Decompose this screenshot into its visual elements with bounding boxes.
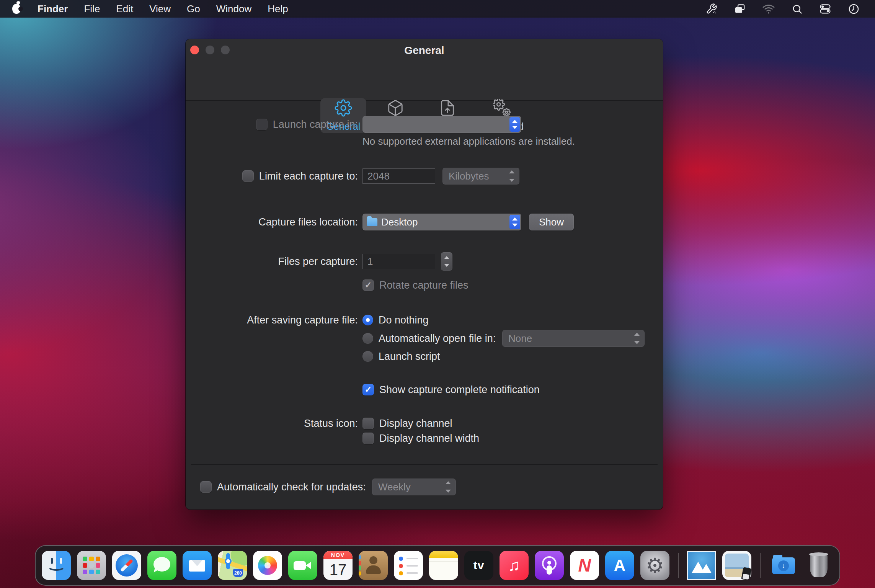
rotate-files-label: Rotate capture files	[379, 279, 469, 291]
launch-capture-row: Launch capture in:	[186, 116, 663, 133]
launch-script-radio[interactable]	[362, 351, 373, 362]
displays-icon[interactable]	[734, 3, 746, 15]
apple-menu-icon[interactable]	[12, 4, 21, 14]
menu-item-window[interactable]: Window	[216, 3, 251, 15]
auto-open-value: None	[502, 333, 532, 345]
after-saving-label: After saving capture file:	[247, 314, 358, 326]
status-icon-label: Status icon:	[304, 418, 358, 430]
dock-mail-icon[interactable]	[183, 551, 212, 580]
rotate-files-checkbox[interactable]	[362, 279, 374, 291]
appstore-letter: A	[614, 556, 625, 575]
auto-open-row: Automatically open file in: None	[186, 330, 663, 347]
notification-label: Show capture complete notification	[379, 384, 540, 396]
updates-frequency-value: Weekly	[372, 481, 411, 493]
dock-podcasts-icon[interactable]	[535, 551, 564, 580]
popup-chevrons-icon	[445, 479, 451, 495]
control-center-icon[interactable]	[819, 3, 831, 15]
popup-chevrons-icon	[509, 168, 515, 185]
files-per-capture-row: Files per capture: 1	[186, 253, 663, 270]
maps-shield-label: 280	[233, 569, 243, 577]
dock-facetime-icon[interactable]	[288, 551, 317, 580]
popup-stepper-icon	[509, 215, 520, 229]
limit-capture-label: Limit each capture to:	[259, 170, 358, 182]
launch-script-row: Launch script	[186, 348, 663, 365]
dock-photos-icon[interactable]	[253, 551, 282, 580]
do-nothing-label: Do nothing	[379, 314, 429, 326]
dock-appletv-icon[interactable]: tv	[464, 551, 493, 580]
dock-downloads-icon[interactable]	[769, 551, 798, 580]
updates-checkbox[interactable]	[200, 481, 212, 493]
dock-trash-icon[interactable]	[804, 551, 833, 580]
search-icon[interactable]	[792, 3, 803, 15]
dock-calendar-icon[interactable]: NOV 17	[323, 551, 353, 580]
dock-music-icon[interactable]	[500, 551, 529, 580]
preferences-window: General General	[186, 39, 663, 510]
files-per-capture-field[interactable]: 1	[362, 254, 435, 269]
menu-item-view[interactable]: View	[149, 3, 171, 15]
after-saving-row: After saving capture file: Do nothing	[186, 311, 663, 329]
dock-news-icon[interactable]: N	[570, 551, 599, 580]
limit-unit-value: Kilobytes	[442, 170, 489, 182]
dock-finder-icon[interactable]	[42, 551, 71, 580]
files-per-capture-label: Files per capture:	[278, 256, 358, 268]
limit-capture-row: Limit each capture to: 2048 Kilobytes	[186, 167, 663, 185]
tv-label: tv	[473, 559, 485, 572]
updates-row: Automatically check for updates: Weekly	[186, 478, 663, 496]
wifi-icon[interactable]	[762, 3, 775, 15]
display-channel-width-label: Display channel width	[379, 433, 479, 444]
notification-row: Show capture complete notification	[186, 381, 663, 399]
auto-open-radio[interactable]	[362, 333, 373, 344]
popup-stepper-icon	[509, 117, 520, 132]
dock-safari-icon[interactable]	[112, 551, 141, 580]
show-button[interactable]: Show	[529, 214, 574, 230]
menu-app-name[interactable]: Finder	[38, 3, 68, 15]
dock-appstore-icon[interactable]: A	[605, 551, 634, 580]
limit-unit-popup[interactable]: Kilobytes	[442, 168, 519, 185]
launch-capture-helper: No supported external applications are i…	[362, 136, 575, 147]
display-channel-checkbox[interactable]	[362, 418, 374, 429]
dock-launchpad-icon[interactable]	[77, 551, 106, 580]
launch-capture-checkbox[interactable]	[256, 119, 268, 130]
dock-notes-icon[interactable]	[429, 551, 458, 580]
folder-icon	[367, 218, 377, 226]
dock-photo-utility-icon[interactable]	[722, 551, 751, 580]
tools-icon[interactable]	[706, 3, 717, 15]
limit-size-field[interactable]: 2048	[362, 168, 435, 184]
news-letter: N	[578, 555, 591, 576]
popup-chevrons-icon	[634, 330, 640, 347]
launch-capture-popup[interactable]	[362, 116, 521, 133]
dock-capture-app-icon[interactable]	[687, 551, 716, 580]
do-nothing-radio[interactable]	[362, 315, 373, 325]
dock-divider	[760, 553, 761, 578]
files-stepper[interactable]	[441, 252, 452, 271]
updates-label: Automatically check for updates:	[217, 481, 366, 493]
menu-bar: Finder File Edit View Go Window Help	[0, 0, 875, 18]
limit-capture-checkbox[interactable]	[242, 170, 254, 182]
dock-contacts-icon[interactable]	[359, 551, 388, 580]
dock: 280 NOV 17 tv N A	[35, 545, 840, 586]
capture-location-popup[interactable]: Desktop	[362, 214, 521, 230]
updates-frequency-popup[interactable]: Weekly	[372, 479, 456, 495]
auto-open-label: Automatically open file in:	[379, 333, 496, 345]
display-channel-width-checkbox[interactable]	[362, 433, 374, 444]
title-bar: General General	[186, 39, 663, 101]
status-icon-row2: Display channel width	[186, 430, 663, 447]
capture-location-value: Desktop	[381, 216, 418, 228]
dock-reminders-icon[interactable]	[394, 551, 423, 580]
clock-icon[interactable]	[848, 3, 860, 15]
menu-item-file[interactable]: File	[84, 3, 100, 15]
menu-item-go[interactable]: Go	[187, 3, 200, 15]
dock-maps-icon[interactable]: 280	[218, 551, 247, 580]
desktop: Finder File Edit View Go Window Help	[0, 0, 875, 588]
capture-location-label: Capture files location:	[258, 216, 358, 228]
menu-item-edit[interactable]: Edit	[116, 3, 133, 15]
launch-script-label: Launch script	[379, 351, 440, 363]
dock-system-preferences-icon[interactable]	[640, 551, 669, 580]
auto-open-popup[interactable]: None	[502, 330, 645, 347]
launch-capture-label: Launch capture in:	[273, 119, 358, 131]
dock-messages-icon[interactable]	[147, 551, 176, 580]
calendar-day-label: 17	[323, 559, 353, 580]
notification-checkbox[interactable]	[362, 384, 374, 395]
menu-item-help[interactable]: Help	[268, 3, 288, 15]
display-channel-label: Display channel	[379, 418, 452, 430]
